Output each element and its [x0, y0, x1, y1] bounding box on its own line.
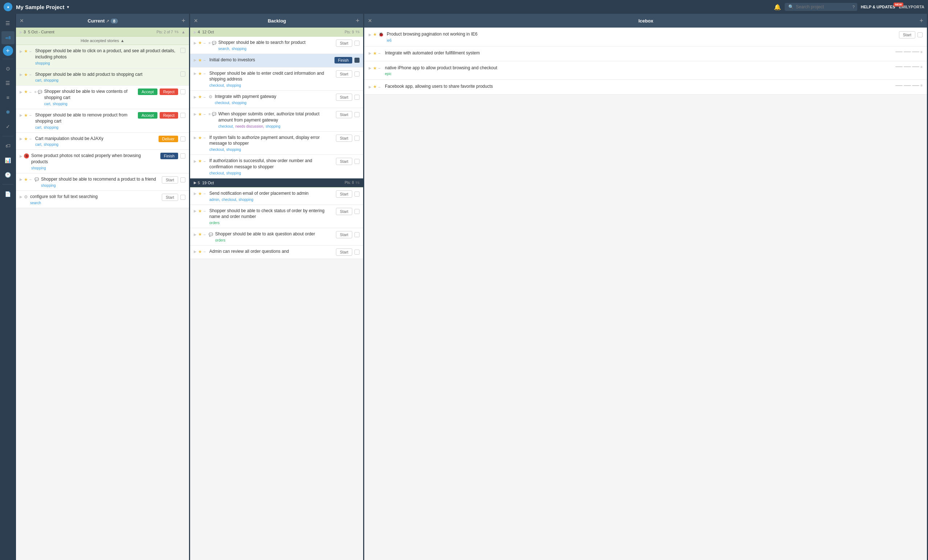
story-expand-icon[interactable]: ▶ — [194, 209, 197, 213]
story-checkbox[interactable] — [180, 72, 185, 76]
star-icon[interactable]: ★ — [198, 191, 202, 196]
start-button[interactable]: Start — [162, 176, 178, 183]
star-icon[interactable]: ★ — [373, 51, 377, 56]
story-expand-icon[interactable]: ▶ — [20, 195, 23, 199]
sprint-4-expand-icon[interactable]: ▶ — [194, 30, 197, 34]
story-tag[interactable]: shopping — [41, 183, 56, 188]
sidebar-count-badge[interactable]: ≪8 — [2, 31, 15, 44]
story-tag[interactable]: shopping — [44, 142, 58, 146]
story-checkbox[interactable] — [354, 250, 360, 255]
story-tag[interactable]: checkout, — [222, 198, 237, 201]
story-item[interactable]: ▶ ★ – ≡ 💬 When shopper submits order, au… — [190, 108, 363, 132]
story-item[interactable]: ▶ ★ – Cart manipulation should be AJAXy … — [16, 133, 189, 150]
story-expand-icon[interactable]: ▶ — [20, 90, 23, 94]
icebox-item[interactable]: ▶ ★ – native iPhone app to allow product… — [364, 61, 927, 80]
story-checkbox[interactable] — [354, 232, 360, 237]
sidebar-chart-icon[interactable]: 📊 — [2, 154, 15, 167]
story-tag[interactable]: checkout, — [215, 101, 230, 105]
sidebar-stories-icon[interactable]: ≡ — [2, 91, 15, 104]
story-tag[interactable]: shopping — [31, 166, 46, 170]
star-icon[interactable]: ★ — [198, 249, 202, 254]
story-tag[interactable]: ie6 — [387, 38, 391, 43]
story-checkbox[interactable] — [354, 95, 360, 100]
sidebar-icebox-icon[interactable]: ❄ — [2, 105, 15, 119]
story-expand-icon[interactable]: ▶ — [369, 66, 371, 70]
start-button[interactable]: Start — [336, 208, 352, 215]
sprint-3-collapse-icon[interactable]: ▲ — [182, 30, 185, 34]
story-tag[interactable]: shopping — [226, 84, 241, 87]
start-button[interactable]: Start — [336, 191, 352, 198]
finish-button[interactable]: Finish — [160, 153, 178, 159]
current-add-button[interactable]: + — [182, 17, 185, 24]
story-item[interactable]: ▶ ★ – Shopper should be able to click on… — [16, 45, 189, 69]
story-expand-icon[interactable]: ▶ — [194, 159, 197, 163]
story-expand-icon[interactable]: ▶ — [194, 112, 197, 116]
story-tag[interactable]: orders — [209, 221, 220, 225]
story-tag[interactable]: epic — [385, 72, 391, 76]
story-item[interactable]: ▶ ★ – Shopper should be able to enter cr… — [190, 67, 363, 91]
story-checkbox[interactable] — [354, 192, 360, 197]
story-expand-icon[interactable]: ▶ — [194, 250, 197, 253]
start-button[interactable]: Start — [336, 158, 352, 165]
story-tag[interactable]: shopping — [226, 148, 241, 152]
story-expand-icon[interactable]: ▶ — [20, 113, 23, 117]
story-tag[interactable]: orders — [215, 238, 225, 242]
search-input[interactable] — [796, 5, 850, 9]
story-tag[interactable]: shopping — [44, 78, 58, 82]
story-item[interactable]: ▶ ★ – Initial demo to investors Finish — [190, 54, 363, 67]
finish-button[interactable]: Finish — [334, 57, 352, 64]
story-expand-icon[interactable]: ▶ — [194, 232, 197, 237]
story-expand-icon[interactable]: ▶ — [369, 51, 371, 55]
star-icon[interactable]: ★ — [198, 58, 202, 63]
sidebar-docs-icon[interactable]: 📄 — [2, 188, 15, 201]
story-item[interactable]: ▶ ★ – Admin can review all order questio… — [190, 246, 363, 259]
story-expand-icon[interactable]: ▶ — [20, 154, 23, 158]
accept-button[interactable]: Accept — [138, 112, 157, 119]
story-tag[interactable]: shopping — [226, 171, 241, 175]
story-expand-icon[interactable]: ▶ — [194, 58, 197, 62]
story-item[interactable]: ▶ ★ – ≡ 💬 Shopper should be able to sear… — [190, 37, 363, 54]
story-item[interactable]: ▶ ⚙ configure solr for full text searchi… — [16, 191, 189, 208]
star-icon[interactable]: ★ — [24, 72, 28, 77]
story-item[interactable]: ▶ ★ – Shopper should be able to remove p… — [16, 109, 189, 133]
start-button[interactable]: Start — [336, 70, 352, 78]
start-button[interactable]: Start — [336, 111, 352, 118]
story-expand-icon[interactable]: ▶ — [369, 33, 371, 37]
story-checkbox[interactable] — [354, 136, 360, 141]
icebox-close-button[interactable]: ✕ — [368, 18, 372, 24]
story-tag[interactable]: admin, — [209, 198, 220, 201]
story-item[interactable]: ▶ ★ – 💬 Shopper should be able to ask qu… — [190, 228, 363, 246]
story-checkbox[interactable] — [354, 112, 360, 117]
story-tag[interactable]: search, — [218, 47, 230, 51]
deliver-button[interactable]: Deliver — [159, 136, 178, 142]
sprint-5-header[interactable]: ▶ 5 19 Oct Pts: 8 TS — [190, 179, 363, 188]
story-tag[interactable]: shopping — [232, 101, 247, 105]
story-tag[interactable]: shopping — [35, 61, 50, 65]
sidebar-clock-icon[interactable]: 🕐 — [2, 168, 15, 182]
story-expand-icon[interactable]: ▶ — [194, 41, 197, 45]
star-icon[interactable]: ★ — [24, 177, 28, 182]
story-tag[interactable]: checkout, — [209, 171, 225, 175]
sidebar-menu-icon[interactable]: ☰ — [2, 17, 15, 30]
story-item[interactable]: ▶ ★ – 💬 Shopper should be able to recomm… — [16, 173, 189, 191]
story-tag[interactable]: cart, — [35, 125, 42, 130]
story-expand-icon[interactable]: ▶ — [194, 72, 197, 75]
story-expand-icon[interactable]: ▶ — [194, 192, 197, 195]
sidebar-scope-icon[interactable]: ⊙ — [2, 62, 15, 75]
star-icon[interactable]: ★ — [24, 49, 28, 54]
current-close-button[interactable]: ✕ — [20, 18, 24, 24]
star-icon[interactable]: ★ — [198, 112, 202, 117]
start-button[interactable]: Start — [336, 40, 352, 47]
star-icon[interactable]: ★ — [24, 136, 28, 142]
story-item[interactable]: ▶ ★ – If authorization is successful, sh… — [190, 155, 363, 179]
sprint-4-header[interactable]: ▶ 4 12 Oct Pts: 9 TS — [190, 27, 363, 37]
story-tag[interactable]: shopping — [44, 125, 58, 130]
star-icon[interactable]: ★ — [24, 113, 28, 118]
story-tag[interactable]: needs discussion, — [235, 124, 264, 128]
story-checkbox[interactable] — [354, 159, 360, 164]
story-tag[interactable]: cart, — [35, 78, 42, 82]
sprint-3-expand-icon[interactable]: ▶ — [20, 30, 23, 34]
story-tag[interactable]: checkout, — [209, 84, 225, 87]
sprint-3-header[interactable]: ▶ 3 5 Oct - Current Pts: 2 of 7 TS ▲ — [16, 27, 189, 37]
story-tag[interactable]: shopping — [232, 47, 247, 51]
